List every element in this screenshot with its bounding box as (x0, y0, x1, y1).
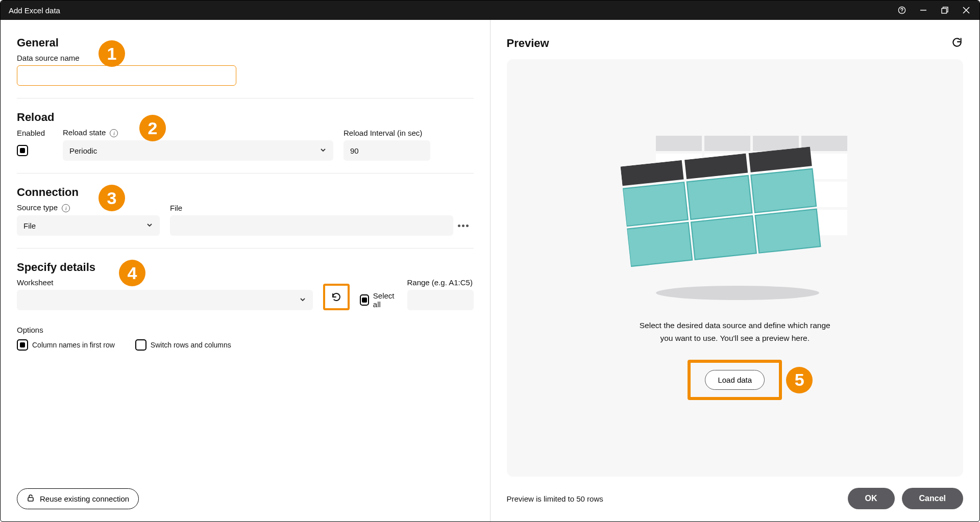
close-icon[interactable] (961, 5, 971, 15)
preview-illustration (625, 136, 845, 304)
file-input[interactable] (170, 215, 453, 236)
chevron-down-icon (146, 221, 153, 230)
label-range: Range (e.g. A1:C5) (407, 278, 474, 287)
refresh-worksheet-button[interactable] (323, 284, 350, 310)
cancel-button[interactable]: Cancel (902, 488, 963, 509)
ok-button[interactable]: OK (848, 488, 895, 509)
annotation-badge-1: 1 (99, 40, 125, 67)
source-type-select[interactable]: File (17, 215, 160, 236)
label-source-type: Source type i (17, 203, 160, 212)
heading-reload: Reload (17, 111, 474, 124)
file-browse-button[interactable] (453, 225, 474, 227)
info-icon[interactable]: i (62, 204, 70, 212)
preview-pane: Preview (491, 20, 980, 521)
annotation-badge-3: 3 (99, 185, 125, 211)
heading-general: General (17, 36, 474, 49)
section-reload: Reload Enabled Reload state i (17, 111, 474, 173)
svg-rect-4 (942, 9, 947, 14)
svg-rect-32 (755, 209, 820, 253)
enabled-checkbox[interactable] (17, 145, 28, 156)
settings-pane: General Data source name 1 Reload Enable… (1, 20, 491, 521)
chevron-down-icon (299, 296, 306, 305)
load-data-button[interactable]: Load data (705, 370, 765, 390)
shadow-decoration (656, 286, 819, 300)
maximize-icon[interactable] (940, 5, 950, 15)
range-input[interactable] (407, 290, 474, 310)
worksheet-select[interactable] (17, 290, 313, 310)
reuse-connection-button[interactable]: Reuse existing connection (17, 488, 139, 509)
lock-icon (27, 494, 35, 504)
preview-limit-text: Preview is limited to 50 rows (507, 494, 603, 503)
label-switch-rows: Switch rows and columns (151, 341, 231, 349)
svg-rect-27 (623, 182, 688, 226)
source-type-value: File (23, 221, 36, 230)
label-data-source-name: Data source name (17, 54, 474, 62)
svg-rect-24 (620, 160, 683, 185)
label-worksheet: Worksheet (17, 278, 313, 287)
svg-rect-28 (687, 176, 752, 219)
title-bar: Add Excel data (1, 1, 979, 20)
label-column-names: Column names in first row (32, 341, 115, 349)
minimize-icon[interactable] (918, 5, 928, 15)
column-names-checkbox[interactable] (17, 339, 28, 351)
label-select-all: Select all (373, 291, 397, 309)
help-icon[interactable] (897, 5, 907, 15)
reload-state-select[interactable]: Periodic (63, 140, 333, 161)
svg-point-1 (901, 12, 902, 12)
annotation-badge-5: 5 (786, 367, 813, 393)
heading-preview: Preview (507, 37, 549, 50)
spreadsheet-front-icon (620, 146, 824, 268)
switch-rows-checkbox[interactable] (135, 339, 146, 351)
select-all-checkbox[interactable] (360, 294, 369, 306)
svg-rect-9 (704, 136, 750, 151)
reuse-connection-label: Reuse existing connection (40, 494, 129, 503)
label-reload-interval: Reload Interval (in sec) (344, 129, 430, 137)
annotation-badge-2: 2 (139, 115, 166, 141)
heading-connection: Connection (17, 186, 474, 199)
annotation-badge-4: 4 (119, 260, 145, 286)
preview-message: Select the desired data source and defin… (640, 319, 830, 345)
heading-specify: Specify details (17, 261, 474, 274)
label-options: Options (17, 326, 474, 334)
data-source-name-input[interactable] (17, 65, 236, 86)
refresh-preview-button[interactable] (951, 36, 963, 50)
svg-rect-30 (627, 222, 692, 266)
section-specify-details: Specify details Worksheet (17, 261, 474, 363)
info-icon[interactable]: i (110, 129, 118, 137)
reload-interval-input[interactable] (344, 140, 430, 161)
label-enabled: Enabled (17, 129, 53, 137)
label-reload-state: Reload state i (63, 128, 333, 137)
svg-rect-29 (751, 168, 816, 212)
svg-rect-31 (691, 216, 756, 260)
preview-body: Select the desired data source and defin… (507, 59, 964, 477)
svg-rect-8 (656, 136, 702, 151)
svg-rect-7 (28, 498, 33, 501)
label-file: File (170, 204, 474, 212)
load-data-highlight: Load data 5 (688, 360, 782, 400)
chevron-down-icon (320, 146, 327, 155)
section-general: General Data source name 1 (17, 36, 474, 98)
reload-state-value: Periodic (69, 146, 97, 155)
window-title: Add Excel data (9, 6, 60, 15)
section-connection: Connection Source type i File File (17, 186, 474, 248)
